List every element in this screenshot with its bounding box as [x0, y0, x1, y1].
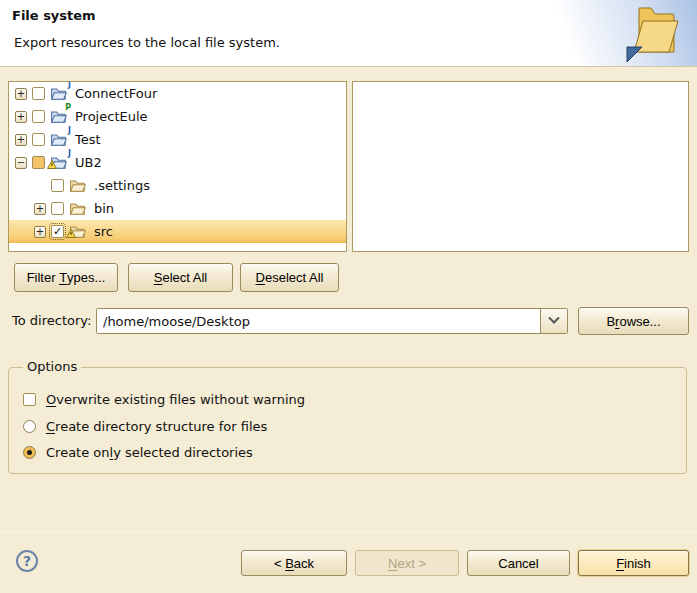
overwrite-label: Overwrite existing files without warning	[46, 392, 305, 407]
tree-row-test[interactable]: + J Test	[9, 128, 346, 151]
wizard-banner: File system Export resources to the loca…	[0, 0, 697, 67]
expand-plus-icon[interactable]: +	[15, 111, 27, 123]
folder-icon	[69, 201, 87, 216]
java-badge: J	[68, 149, 71, 158]
folder-icon	[69, 178, 87, 193]
help-button[interactable]: ?	[16, 550, 38, 572]
export-folder-icon	[623, 3, 685, 68]
create-selected-radio-selected[interactable]	[23, 446, 36, 459]
create-structure-label: Create directory structure for files	[46, 419, 267, 434]
project-folder-icon: P	[50, 109, 68, 124]
destination-combo	[96, 308, 568, 334]
next-button-disabled: Next >	[355, 550, 459, 576]
options-group: Options Overwrite existing files without…	[8, 367, 687, 474]
combo-dropdown-button[interactable]	[540, 309, 567, 333]
checkbox-settings[interactable]	[51, 179, 64, 192]
expand-plus-icon[interactable]: +	[15, 134, 27, 146]
tree-label: ProjectEule	[73, 109, 150, 124]
back-button[interactable]: < Back	[241, 550, 347, 576]
java-badge: J	[68, 126, 71, 135]
tree-row-connectfour[interactable]: + J ConnectFour	[9, 82, 346, 105]
page-description: Export resources to the local file syste…	[14, 35, 280, 50]
warning-overlay-icon	[66, 226, 76, 241]
create-selected-option[interactable]: Create only selected directories	[23, 443, 253, 461]
expand-plus-icon[interactable]: +	[34, 203, 46, 215]
chevron-down-icon	[548, 313, 559, 324]
overwrite-option[interactable]: Overwrite existing files without warning	[23, 390, 305, 408]
expand-plus-icon[interactable]: +	[34, 226, 46, 238]
tree-row-settings[interactable]: .settings	[9, 174, 346, 197]
options-legend: Options	[23, 359, 81, 374]
question-icon: ?	[23, 553, 31, 569]
file-list-panel	[352, 81, 689, 252]
checkbox-test[interactable]	[32, 133, 45, 146]
browse-button[interactable]: Browse...	[578, 307, 689, 335]
tree-label: .settings	[92, 178, 152, 193]
checkbox-connectfour[interactable]	[32, 87, 45, 100]
resource-tree: + J ConnectFour + P ProjectEule + J Test…	[8, 81, 347, 252]
cancel-button[interactable]: Cancel	[467, 550, 570, 576]
destination-input[interactable]	[97, 309, 540, 333]
folder-warning-icon	[69, 224, 87, 239]
footer-separator	[0, 532, 697, 533]
project-badge: P	[65, 103, 71, 112]
tree-label: ConnectFour	[73, 86, 159, 101]
filter-types-button[interactable]: Filter Types...	[14, 263, 118, 292]
tree-label: UB2	[73, 155, 104, 170]
tree-label: src	[92, 224, 115, 239]
warning-overlay-icon	[47, 157, 57, 172]
tree-label: bin	[92, 201, 116, 216]
checkbox-src-checked[interactable]: ✓	[51, 225, 64, 238]
expand-plus-icon[interactable]: +	[15, 88, 27, 100]
checkbox-ub2-mixed[interactable]	[32, 156, 45, 169]
java-project-folder-icon: J	[50, 132, 68, 147]
select-all-button[interactable]: Select All	[128, 263, 233, 292]
create-structure-option[interactable]: Create directory structure for files	[23, 417, 267, 435]
tree-row-bin[interactable]: + bin	[9, 197, 346, 220]
page-title: File system	[12, 8, 96, 23]
tree-row-ub2[interactable]: − J UB2	[9, 151, 346, 174]
deselect-all-button[interactable]: Deselect All	[240, 263, 339, 292]
finish-button[interactable]: Finish	[578, 550, 689, 576]
java-project-warning-folder-icon: J	[50, 155, 68, 170]
tree-label: Test	[73, 132, 103, 147]
create-structure-radio[interactable]	[23, 420, 36, 433]
overwrite-checkbox[interactable]	[23, 393, 36, 406]
checkbox-bin[interactable]	[51, 202, 64, 215]
collapse-minus-icon[interactable]: −	[15, 157, 27, 169]
to-directory-label: To directory:	[12, 308, 91, 334]
java-project-folder-icon: J	[50, 86, 68, 101]
create-selected-label: Create only selected directories	[46, 445, 253, 460]
java-badge: J	[68, 81, 71, 89]
tree-row-src-selected[interactable]: + ✓ src	[9, 220, 346, 243]
checkbox-projecteule[interactable]	[32, 110, 45, 123]
tree-row-projecteule[interactable]: + P ProjectEule	[9, 105, 346, 128]
